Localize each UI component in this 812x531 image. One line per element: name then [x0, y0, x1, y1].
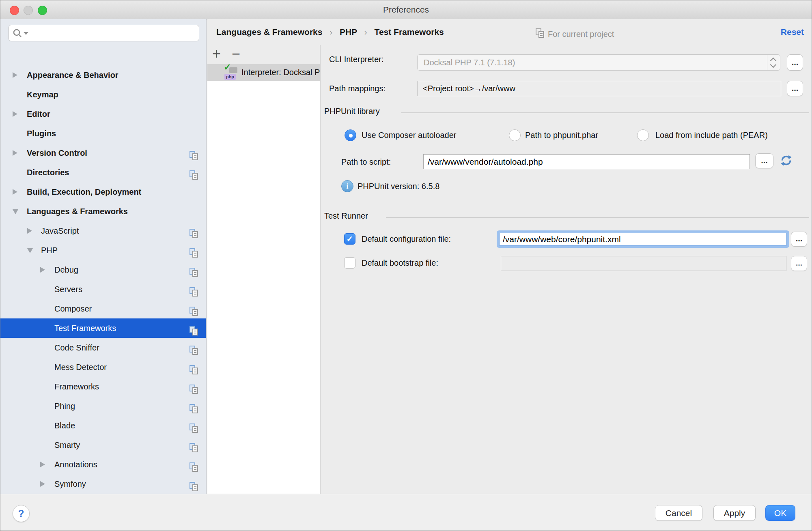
- sidebar-item-blade[interactable]: Blade: [0, 416, 206, 435]
- cli-interpreter-label: CLI Interpreter:: [329, 55, 384, 64]
- sidebar-item-label: Frameworks: [54, 377, 99, 396]
- project-scope-icon: [190, 382, 198, 391]
- project-scope-icon: [190, 343, 198, 353]
- project-scope-icon: [190, 284, 198, 294]
- sidebar-item-phing[interactable]: Phing: [0, 396, 206, 416]
- reset-link[interactable]: Reset: [781, 19, 804, 45]
- sidebar-item-label: Version Control: [27, 143, 87, 163]
- default-bootstrap-file-label[interactable]: Default bootstrap file:: [362, 258, 438, 268]
- sidebar-item-test-frameworks[interactable]: Test Frameworks: [0, 318, 206, 338]
- section-divider: [386, 217, 809, 218]
- radio-path-to-phpunit-phar[interactable]: [509, 129, 521, 141]
- default-configuration-file-input[interactable]: /var/www/web/core/phpunit.xml: [497, 230, 789, 248]
- sidebar-item-label: Composer: [54, 299, 92, 318]
- breadcrumb-php[interactable]: PHP: [340, 27, 357, 37]
- sidebar-item-plugins[interactable]: Plugins: [0, 124, 206, 143]
- project-scope-icon: [190, 323, 198, 333]
- sidebar-item-smarty[interactable]: Smarty: [0, 435, 206, 455]
- sidebar-item-javascript[interactable]: JavaScript: [0, 221, 206, 241]
- sidebar-item-editor[interactable]: Editor: [0, 104, 206, 124]
- interpreter-toolbar: + −: [207, 45, 320, 64]
- project-scope-icon: [190, 440, 198, 450]
- sidebar-item-frameworks[interactable]: Frameworks: [0, 377, 206, 396]
- project-scope-icon: [190, 479, 198, 489]
- sidebar-item-label: Mess Detector: [54, 357, 107, 377]
- chevron-right-icon[interactable]: [13, 72, 17, 78]
- sidebar-item-debug[interactable]: Debug: [0, 260, 206, 279]
- interpreter-list-item[interactable]: ✓ php Interpreter: Docksal PHP 7.1: [207, 64, 320, 81]
- chevron-right-icon[interactable]: [40, 267, 45, 273]
- add-interpreter-button[interactable]: +: [212, 45, 221, 64]
- project-scope-icon: [190, 421, 198, 430]
- default-bootstrap-file-browse-button[interactable]: ...: [791, 256, 807, 271]
- titlebar: Preferences: [0, 0, 812, 19]
- phpunit-library-section-title: PHPUnit library: [324, 107, 380, 116]
- radio-load-from-include-path[interactable]: [637, 129, 649, 141]
- path-to-script-browse-button[interactable]: ...: [755, 153, 773, 168]
- cancel-button[interactable]: Cancel: [655, 505, 702, 521]
- sidebar-item-keymap[interactable]: Keymap: [0, 85, 206, 104]
- project-scope-icon: [190, 226, 198, 236]
- project-scope-icon: [190, 148, 198, 158]
- sidebar-item-mess-detector[interactable]: Mess Detector: [0, 357, 206, 377]
- radio-use-composer-autoloader[interactable]: [345, 129, 356, 141]
- radio-path-to-phpunit-phar-label[interactable]: Path to phpunit.phar: [525, 131, 598, 140]
- sidebar-item-composer[interactable]: Composer: [0, 299, 206, 318]
- chevron-right-icon[interactable]: [40, 462, 45, 467]
- path-to-script-input[interactable]: /var/www/vendor/autoload.php: [423, 154, 750, 169]
- sidebar-item-languages-frameworks[interactable]: Languages & Frameworks: [0, 202, 206, 221]
- cli-interpreter-browse-button[interactable]: ...: [787, 54, 803, 71]
- chevron-down-icon[interactable]: [27, 248, 33, 253]
- sidebar-item-label: Keymap: [27, 85, 58, 104]
- default-configuration-file-browse-button[interactable]: ...: [791, 232, 807, 247]
- sidebar-item-code-sniffer[interactable]: Code Sniffer: [0, 338, 206, 357]
- chevron-down-icon[interactable]: [13, 209, 18, 214]
- sidebar-item-annotations[interactable]: Annotations: [0, 455, 206, 474]
- sidebar-item-servers[interactable]: Servers: [0, 279, 206, 299]
- path-to-script-value: /var/www/vendor/autoload.php: [428, 155, 543, 169]
- ok-button[interactable]: OK: [765, 505, 795, 521]
- sidebar: Appearance & BehaviorKeymapEditorPlugins…: [0, 19, 207, 494]
- help-button[interactable]: ?: [13, 505, 30, 522]
- radio-load-from-include-path-label[interactable]: Load from include path (PEAR): [655, 131, 768, 140]
- php-interpreter-icon: ✓ php: [224, 65, 238, 80]
- sidebar-item-version-control[interactable]: Version Control: [0, 143, 206, 163]
- breadcrumb-separator: ›: [360, 27, 372, 37]
- project-scope-icon: [536, 28, 545, 38]
- radio-use-composer-autoloader-label[interactable]: Use Composer autoloader: [362, 131, 456, 140]
- chevron-right-icon[interactable]: [13, 150, 17, 156]
- default-configuration-file-label[interactable]: Default configuration file:: [362, 234, 451, 244]
- phpunit-version-note: PHPUnit version: 6.5.8: [358, 182, 439, 191]
- sidebar-item-label: Test Frameworks: [54, 318, 116, 338]
- sidebar-item-directories[interactable]: Directories: [0, 163, 206, 182]
- default-bootstrap-file-checkbox[interactable]: [344, 257, 355, 269]
- project-scope-icon: [190, 168, 198, 177]
- chevron-right-icon[interactable]: [27, 228, 32, 234]
- sidebar-tree: Appearance & BehaviorKeymapEditorPlugins…: [0, 19, 206, 494]
- sidebar-item-label: Smarty: [54, 435, 80, 455]
- breadcrumb-languages-frameworks[interactable]: Languages & Frameworks: [216, 27, 322, 37]
- reload-phpunit-version-icon[interactable]: [780, 154, 793, 167]
- sidebar-item-label: Editor: [27, 104, 50, 124]
- remove-interpreter-button[interactable]: −: [232, 45, 240, 64]
- path-mappings-browse-button[interactable]: ...: [787, 81, 803, 96]
- chevron-right-icon[interactable]: [13, 111, 17, 117]
- default-bootstrap-file-input[interactable]: [501, 256, 786, 271]
- project-scope-icon: [190, 362, 198, 372]
- chevron-right-icon[interactable]: [40, 481, 45, 487]
- breadcrumb-test-frameworks[interactable]: Test Frameworks: [375, 27, 444, 37]
- sidebar-item-symfony[interactable]: Symfony: [0, 474, 206, 494]
- sidebar-item-appearance-behavior[interactable]: Appearance & Behavior: [0, 65, 206, 85]
- sidebar-item-build-execution-deployment[interactable]: Build, Execution, Deployment: [0, 182, 206, 202]
- cli-interpreter-select[interactable]: Docksal PHP 7.1 (7.1.18): [417, 54, 780, 71]
- apply-button[interactable]: Apply: [713, 505, 756, 521]
- sidebar-item-php[interactable]: PHP: [0, 241, 206, 260]
- chevron-right-icon[interactable]: [13, 189, 17, 195]
- default-configuration-file-checkbox[interactable]: ✓: [344, 233, 355, 245]
- preferences-window: Preferences Appearance & BehaviorKeymapE…: [0, 0, 812, 531]
- project-scope-icon: [190, 265, 198, 275]
- project-scope-icon: [190, 304, 198, 314]
- project-scope-icon: [190, 460, 198, 469]
- stepper-icon[interactable]: [767, 55, 780, 70]
- sidebar-item-label: Annotations: [54, 455, 97, 474]
